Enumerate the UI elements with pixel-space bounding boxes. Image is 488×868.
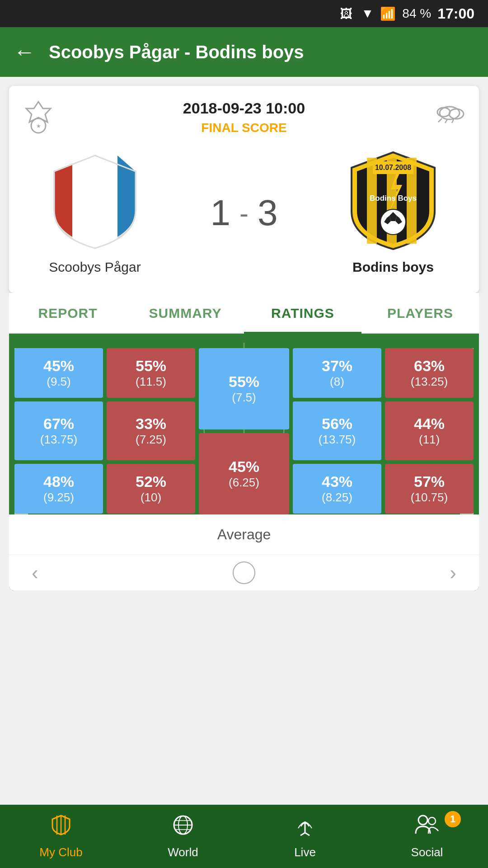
- pitch-row-3-right: 43% (8.25) 57% (10.75): [293, 464, 474, 514]
- nav-live[interactable]: Live: [244, 805, 366, 868]
- nav-my-club-label: My Club: [39, 845, 82, 859]
- pitch-cell: 67% (13.75): [14, 401, 103, 460]
- away-team: 10.07.2008 Bodins Boys Bodins boys: [321, 151, 465, 275]
- pagination-dot: [233, 561, 255, 584]
- svg-text:10.07.2008: 10.07.2008: [375, 164, 411, 171]
- pitch-cell: 44% (11): [385, 401, 474, 460]
- score-block: 1 - 3: [211, 192, 278, 234]
- signal-icon: 📶: [380, 6, 396, 21]
- status-icon-image: 🖼: [340, 6, 352, 21]
- shield-icon: [50, 814, 72, 842]
- match-datetime: 2018-09-23 10:00 FINAL SCORE: [54, 99, 434, 135]
- pitch-row-2-left: 67% (13.75) 33% (7.25): [14, 401, 195, 460]
- nav-social[interactable]: Social 1: [366, 805, 488, 868]
- battery-label: 84 %: [402, 6, 431, 21]
- tabs: REPORT SUMMARY RATINGS PLAYERS: [9, 293, 479, 334]
- pitch-row-2-right: 56% (13.75) 44% (11): [293, 401, 474, 460]
- pitch-center-top: 55% (7.5): [199, 348, 289, 429]
- tab-players[interactable]: PLAYERS: [361, 293, 479, 333]
- nav-live-label: Live: [294, 845, 316, 859]
- pitch-cell: 33% (7.25): [107, 401, 195, 460]
- svg-line-7: [445, 119, 447, 123]
- svg-line-8: [452, 119, 454, 123]
- ratings-container: 45% (9.5) 55% (11.5) 67% (13.75): [9, 334, 479, 590]
- away-score: 3: [258, 192, 278, 234]
- away-team-name: Bodins boys: [352, 259, 434, 275]
- pitch-row-1-right: 37% (8) 63% (13.25): [293, 348, 474, 398]
- svg-line-29: [300, 833, 305, 835]
- pitch-row-3-left: 48% (9.25) 52% (10): [14, 464, 195, 514]
- pitch-center: 55% (7.5) 45% (6.25): [199, 348, 289, 514]
- pitch-cell: 57% (10.75): [385, 464, 474, 514]
- antenna-icon: [294, 814, 316, 842]
- svg-line-6: [438, 118, 442, 122]
- globe-icon: [172, 814, 194, 842]
- nav-world-label: World: [168, 845, 198, 859]
- home-score: 1: [211, 192, 231, 234]
- medal-icon: ★: [23, 99, 54, 142]
- svg-point-33: [428, 817, 436, 825]
- match-teams: Scoobys Pågar 1 - 3: [23, 151, 465, 275]
- home-team: Scoobys Pågar: [23, 151, 167, 275]
- people-icon: [414, 814, 440, 842]
- nav-world[interactable]: World: [122, 805, 244, 868]
- nav-social-label: Social: [411, 845, 443, 859]
- pitch-cell: 45% (9.5): [14, 348, 103, 398]
- home-team-logo: [45, 151, 145, 250]
- svg-point-32: [418, 816, 427, 825]
- tab-report[interactable]: REPORT: [9, 293, 127, 333]
- social-badge: 1: [445, 811, 461, 827]
- status-icons: ▼ 📶 84 % 17:00: [361, 5, 474, 22]
- match-card: ★ 2018-09-23 10:00 FINAL SCORE: [9, 86, 479, 293]
- match-card-header: ★ 2018-09-23 10:00 FINAL SCORE: [23, 99, 465, 142]
- pitch-cell: 56% (13.75): [293, 401, 381, 460]
- svg-text:★: ★: [36, 123, 41, 129]
- next-arrow[interactable]: ›: [450, 561, 456, 584]
- wifi-icon: ▼: [361, 6, 374, 21]
- page-title: Scoobys Pågar - Bodins boys: [49, 42, 304, 62]
- back-button[interactable]: ←: [14, 41, 35, 63]
- bottom-nav: My Club World Live: [0, 805, 488, 868]
- nav-social-wrapper: Social 1: [366, 805, 488, 868]
- nav-arrows-row: ‹ ›: [9, 555, 479, 590]
- pitch-cell: 55% (11.5): [107, 348, 195, 398]
- main-content: ★ 2018-09-23 10:00 FINAL SCORE: [0, 77, 488, 805]
- prev-arrow[interactable]: ‹: [32, 561, 38, 584]
- status-bar: 🖼 ▼ 📶 84 % 17:00: [0, 0, 488, 27]
- tab-ratings[interactable]: RATINGS: [244, 293, 361, 334]
- pitch-cell: 63% (13.25): [385, 348, 474, 398]
- score-dash: -: [239, 198, 249, 229]
- away-team-logo: 10.07.2008 Bodins Boys: [343, 151, 443, 250]
- status-time: 17:00: [437, 5, 474, 22]
- pitch-cell: 43% (8.25): [293, 464, 381, 514]
- svg-line-30: [305, 833, 310, 835]
- pitch-cell: 48% (9.25): [14, 464, 103, 514]
- pitch-cell: 37% (8): [293, 348, 381, 398]
- svg-text:Bodins Boys: Bodins Boys: [370, 194, 417, 203]
- final-score-label: FINAL SCORE: [54, 121, 434, 135]
- home-team-name: Scoobys Pågar: [49, 259, 141, 275]
- svg-point-31: [304, 821, 306, 824]
- pitch-left-half: 45% (9.5) 55% (11.5) 67% (13.75): [14, 348, 195, 514]
- nav-my-club[interactable]: My Club: [0, 805, 122, 868]
- match-date: 2018-09-23 10:00: [54, 99, 434, 117]
- pitch-right-half: 37% (8) 63% (13.25) 56% (13.75): [293, 348, 474, 514]
- header: ← Scoobys Pågar - Bodins boys: [0, 27, 488, 77]
- pitch-cell: 52% (10): [107, 464, 195, 514]
- average-label: Average: [9, 514, 479, 555]
- tab-summary[interactable]: SUMMARY: [127, 293, 244, 333]
- pitch-center-bottom: 45% (6.25): [199, 433, 289, 514]
- weather-icon: [434, 99, 465, 132]
- pitch-row-1-left: 45% (9.5) 55% (11.5): [14, 348, 195, 398]
